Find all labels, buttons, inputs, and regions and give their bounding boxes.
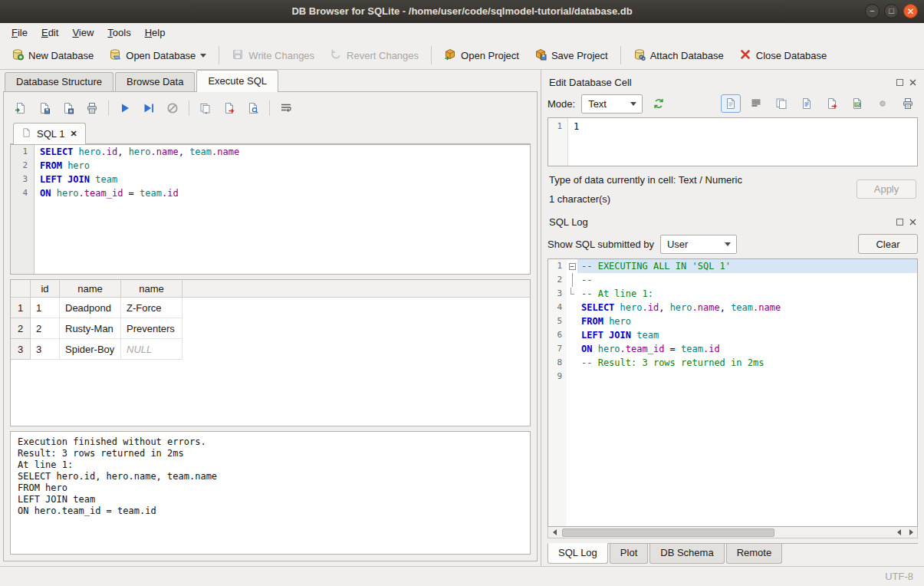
scrollbar-track[interactable]: [561, 528, 893, 538]
table-cell[interactable]: Deadpond: [60, 298, 121, 318]
export-page-button[interactable]: [222, 100, 237, 116]
minimize-button[interactable]: −: [865, 4, 880, 18]
word-wrap-button[interactable]: [278, 100, 294, 116]
log-horizontal-scrollbar[interactable]: [547, 527, 918, 538]
close-button[interactable]: ✕: [903, 4, 918, 18]
scrollbar-thumb[interactable]: [562, 528, 774, 537]
revert-changes-button[interactable]: Revert Changes: [323, 44, 426, 67]
float-dock-icon[interactable]: [896, 219, 903, 226]
print-button[interactable]: [84, 100, 100, 116]
tab-browse-data[interactable]: Browse Data: [115, 72, 195, 92]
execute-line-button[interactable]: [141, 100, 156, 116]
table-cell[interactable]: Spider-Boy: [60, 339, 121, 360]
chevron-down-icon: [630, 102, 636, 106]
toolbar-label: Revert Changes: [347, 50, 419, 61]
column-header-name[interactable]: name: [121, 280, 182, 297]
table-cell[interactable]: 1: [31, 298, 60, 318]
save-project-button[interactable]: Save Project: [528, 44, 615, 67]
sql-editor[interactable]: 1SELECT hero.id, hero.name, team.name2FR…: [10, 144, 531, 275]
sql-log-title: SQL Log: [549, 216, 588, 228]
cell-info: Type of data currently in cell: Text / N…: [547, 173, 918, 212]
tab-close-icon[interactable]: ✕: [70, 129, 77, 139]
log-filter-select[interactable]: User: [660, 235, 737, 254]
grid-corner[interactable]: [11, 280, 31, 297]
db-attach-icon: [633, 48, 646, 63]
tab-execute-sql[interactable]: Execute SQL: [196, 70, 278, 92]
menu-view[interactable]: View: [65, 25, 100, 41]
title-bar[interactable]: DB Browser for SQLite - /home/user/code/…: [0, 0, 924, 23]
encoding-indicator: UTF-8: [885, 571, 913, 582]
execute-all-button[interactable]: [117, 100, 133, 116]
fold-marker[interactable]: −: [567, 259, 577, 273]
tab-sql-log[interactable]: SQL Log: [547, 543, 608, 564]
close-dock-icon[interactable]: [909, 219, 916, 226]
code-line: LEFT JOIN team: [577, 328, 917, 342]
log-filter-label: Show SQL submitted by: [547, 239, 654, 250]
float-dock-icon[interactable]: [896, 79, 903, 86]
row-header[interactable]: 1: [11, 298, 31, 318]
table-cell[interactable]: Z-Force: [121, 298, 182, 318]
save-as-button[interactable]: [61, 100, 76, 116]
tab-remote[interactable]: Remote: [726, 544, 783, 564]
open-sql-button[interactable]: [13, 100, 28, 116]
new-database-button[interactable]: New Database: [5, 44, 100, 67]
doc-copy-button[interactable]: [771, 94, 791, 113]
cell-editor[interactable]: 1 1: [547, 117, 918, 166]
write-changes-button[interactable]: Write Changes: [225, 44, 321, 67]
print-button[interactable]: [898, 94, 918, 113]
menu-file[interactable]: File: [5, 25, 35, 41]
tabs-dd-button[interactable]: [198, 100, 213, 116]
browse-page-button[interactable]: [245, 100, 261, 116]
dot-button[interactable]: [873, 94, 893, 113]
doc-blue-button[interactable]: [797, 94, 817, 113]
tab-db-schema[interactable]: DB Schema: [649, 544, 724, 564]
row-header[interactable]: 3: [11, 339, 31, 360]
open-database-button[interactable]: Open Database: [102, 44, 213, 67]
table-cell[interactable]: Rusty-Man: [60, 318, 121, 339]
sql-tab[interactable]: SQL 1 ✕: [13, 123, 86, 144]
tab-plot[interactable]: Plot: [610, 544, 648, 564]
maximize-button[interactable]: □: [884, 4, 899, 18]
scroll-left-icon[interactable]: [548, 528, 561, 538]
stop-button[interactable]: [165, 100, 180, 116]
doc-text-button[interactable]: [721, 94, 741, 113]
clear-log-button[interactable]: Clear: [858, 234, 918, 254]
line-number: 2: [11, 159, 34, 173]
table-cell[interactable]: NULL: [121, 339, 182, 360]
attach-database-button[interactable]: Attach Database: [626, 44, 731, 67]
proj-open-icon: [444, 48, 456, 63]
fold-marker: [567, 328, 577, 342]
doc-export-button[interactable]: [822, 94, 842, 113]
doc-image-button[interactable]: [847, 94, 867, 113]
apply-button[interactable]: Apply: [857, 179, 916, 199]
table-cell[interactable]: Preventers: [121, 318, 182, 339]
mode-select[interactable]: Text: [581, 94, 643, 114]
toolbar-separator: [189, 100, 189, 116]
menu-edit[interactable]: Edit: [35, 25, 65, 41]
column-header-name[interactable]: name: [60, 280, 121, 297]
row-header[interactable]: 2: [11, 318, 31, 339]
edit-cell-title: Edit Database Cell: [549, 77, 632, 88]
sql-tab-bar: SQL 1 ✕: [10, 121, 531, 144]
scroll-right-icon[interactable]: [905, 528, 917, 538]
save-sql-button[interactable]: [37, 100, 52, 116]
fold-marker: [567, 356, 577, 370]
import-data-button[interactable]: [649, 94, 669, 113]
app-window: DB Browser for SQLite - /home/user/code/…: [0, 0, 924, 586]
menu-help[interactable]: Help: [138, 25, 173, 41]
close-dock-icon[interactable]: [909, 79, 916, 86]
menu-tools[interactable]: Tools: [100, 25, 137, 41]
line-number: 3: [11, 173, 34, 186]
table-cell[interactable]: 2: [31, 318, 60, 339]
table-cell[interactable]: 3: [31, 339, 60, 360]
execute-sql-panel: SQL 1 ✕ 1SELECT hero.id, hero.name, team…: [3, 91, 538, 561]
align-button[interactable]: [746, 94, 766, 113]
scroll-left-icon[interactable]: [893, 528, 905, 538]
fold-marker: [567, 301, 577, 314]
open-project-button[interactable]: Open Project: [437, 44, 526, 67]
sql-log-view[interactable]: 1−-- EXECUTING ALL IN 'SQL 1'2--3-- At l…: [547, 258, 918, 527]
tab-database-structure[interactable]: Database Structure: [5, 72, 113, 92]
toolbar-label: Write Changes: [248, 50, 314, 61]
column-header-id[interactable]: id: [31, 280, 60, 297]
close-database-button[interactable]: Close Database: [732, 44, 834, 67]
